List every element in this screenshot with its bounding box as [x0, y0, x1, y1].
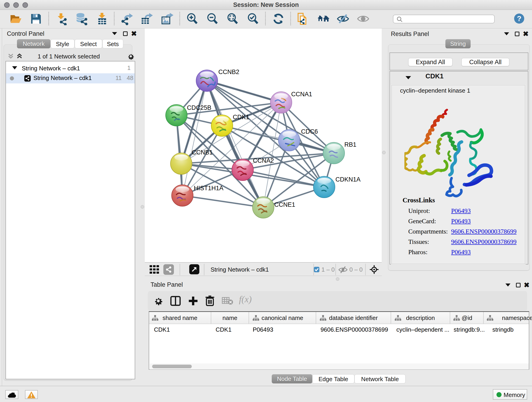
svg-text:CCNB2: CCNB2 [218, 69, 239, 75]
svg-text:CDKN1A: CDKN1A [336, 176, 361, 183]
svg-text:CCNE1: CCNE1 [274, 201, 295, 208]
svg-text:CDC6: CDC6 [301, 128, 318, 135]
svg-text:RB1: RB1 [344, 141, 356, 148]
svg-text:CCNA1: CCNA1 [291, 91, 312, 98]
svg-text:HIST1H1A: HIST1H1A [194, 185, 223, 191]
svg-text:CCNB1: CCNB1 [192, 149, 213, 156]
svg-text:CDK1: CDK1 [233, 114, 249, 121]
svg-text:CCNA2: CCNA2 [253, 157, 274, 164]
svg-text:CDC25B: CDC25B [187, 104, 211, 111]
svg-text:?: ? [517, 14, 521, 23]
